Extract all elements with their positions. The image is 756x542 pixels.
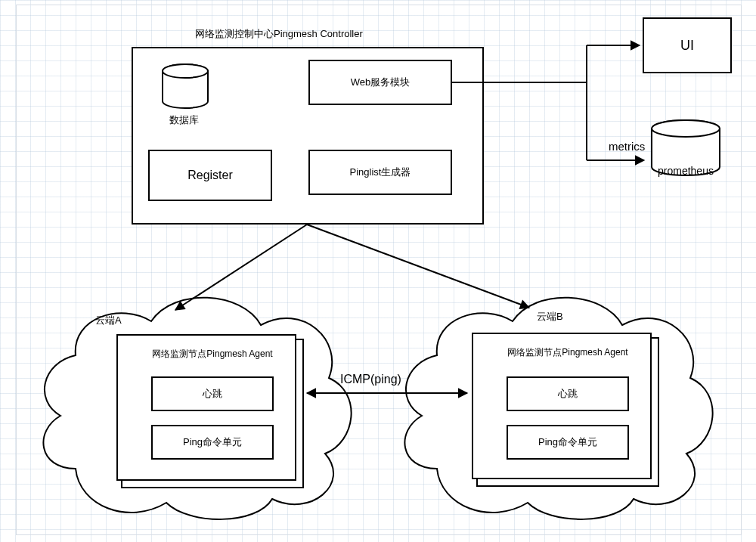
agent-a-ping-unit: Ping命令单元 — [151, 425, 274, 460]
metrics-label: metrics — [609, 140, 645, 153]
svg-point-3 — [652, 120, 720, 137]
database-label: 数据库 — [169, 113, 199, 127]
agent-a-ping-unit-label: Ping命令单元 — [183, 435, 242, 449]
database-icon — [159, 63, 212, 109]
svg-point-1 — [163, 64, 208, 78]
icmp-label: ICMP(ping) — [340, 373, 401, 386]
agent-a-heartbeat-label: 心跳 — [203, 387, 222, 401]
agent-b-title: 网络监测节点Pingmesh Agent — [507, 346, 627, 359]
cloud-a-label: 云端A — [95, 314, 122, 327]
agent-a-heartbeat: 心跳 — [151, 376, 274, 411]
agent-b-heartbeat: 心跳 — [507, 376, 629, 411]
agent-a-box: 网络监测节点Pingmesh Agent — [121, 339, 304, 488]
pinglist-module: Pinglist生成器 — [308, 150, 452, 195]
web-service-module: Web服务模块 — [308, 60, 452, 105]
agent-b-ping-unit-label: Ping命令单元 — [538, 435, 597, 449]
ui-label: UI — [680, 38, 694, 54]
controller-title: 网络监测控制中心Pingmesh Controller — [195, 27, 363, 41]
prometheus-label: prometheus — [658, 165, 714, 177]
agent-b-heartbeat-label: 心跳 — [558, 387, 578, 401]
web-service-label: Web服务模块 — [351, 76, 411, 89]
ui-box: UI — [643, 17, 732, 73]
agent-b-ping-unit: Ping命令单元 — [507, 425, 629, 460]
cloud-b-label: 云端B — [537, 310, 563, 324]
register-module: Register — [148, 150, 272, 201]
register-label: Register — [187, 169, 233, 182]
pinglist-label: Pinglist生成器 — [350, 166, 411, 179]
agent-b-box: 网络监测节点Pingmesh Agent — [476, 337, 659, 487]
agent-a-title: 网络监测节点Pingmesh Agent — [152, 348, 272, 361]
